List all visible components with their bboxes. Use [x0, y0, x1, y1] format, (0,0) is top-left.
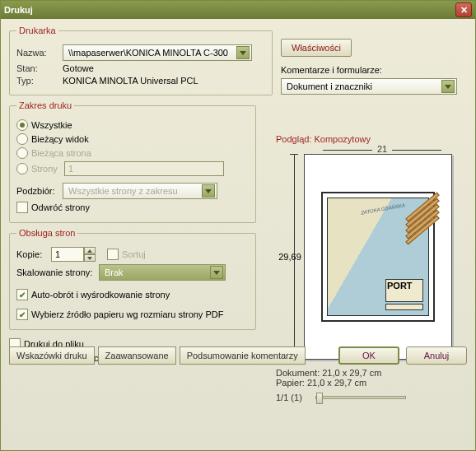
- pages-group: Obsługa stron Kopie: 1 Sortuj Skalowanie…: [9, 228, 256, 330]
- range-pages: Strony 1: [16, 161, 249, 176]
- scaling-value: Brak: [105, 267, 210, 277]
- titlebar: Drukuj ✕: [1, 1, 475, 19]
- radio-icon[interactable]: [16, 119, 28, 131]
- comment-summary-button[interactable]: Podsumowanie komentarzy: [180, 346, 306, 365]
- printer-name-value: \\mapaserwer\KONICA MINOLTA C-300: [68, 48, 236, 58]
- printer-type-value: KONICA MINOLTA Universal PCL: [63, 76, 198, 86]
- subset-label: Podzbiór:: [16, 186, 63, 196]
- close-button[interactable]: ✕: [455, 2, 472, 17]
- doc-size-label: Dokument: 21,0 x 29,7 cm: [276, 368, 460, 378]
- copies-spinner[interactable]: 1: [51, 247, 96, 262]
- chart-legend-box: PORT: [385, 279, 423, 302]
- subset-value: Wszystkie strony z zakresu: [68, 186, 202, 196]
- slider-thumb-icon[interactable]: [316, 393, 323, 404]
- chevron-down-icon[interactable]: [210, 266, 223, 279]
- spin-up-icon[interactable]: [84, 247, 96, 254]
- printer-type-label: Typ:: [16, 76, 63, 86]
- spin-down-icon[interactable]: [84, 254, 96, 262]
- paper-size-label: Papier: 21,0 x 29,7 cm: [276, 378, 460, 388]
- comments-label: Komentarze i formularze:: [281, 65, 467, 75]
- chart-sea-label: ZATOKA GDAŃSKA: [361, 202, 405, 215]
- radio-icon: [16, 147, 28, 159]
- printer-legend: Drukarka: [16, 26, 58, 35]
- paper-source-check[interactable]: Wybierz źródło papieru wg rozmiaru stron…: [16, 309, 249, 320]
- checkbox-icon[interactable]: [16, 289, 28, 300]
- chevron-down-icon: [202, 184, 215, 198]
- page-indicator: 1/1 (1): [276, 393, 302, 402]
- radio-icon[interactable]: [16, 133, 28, 145]
- chevron-down-icon[interactable]: [441, 80, 455, 93]
- window-title: Drukuj: [4, 5, 455, 15]
- chevron-down-icon[interactable]: [236, 46, 250, 59]
- subset-combo: Wszystkie strony z zakresu: [63, 183, 217, 199]
- range-view[interactable]: Bieżący widok: [16, 133, 249, 145]
- radio-icon: [16, 163, 28, 174]
- pages-input: 1: [64, 161, 224, 176]
- advanced-button[interactable]: Zaawansowane: [98, 346, 176, 365]
- comments-combo[interactable]: Dokument i znaczniki: [281, 78, 457, 95]
- preview-page: ZATOKA GDAŃSKA PORT: [304, 154, 452, 360]
- reverse-check[interactable]: Odwróć strony: [16, 202, 249, 213]
- printer-state-value: Gotowe: [63, 63, 94, 73]
- preview-chart: ZATOKA GDAŃSKA PORT: [321, 192, 435, 322]
- ruler-vertical: 29,69: [276, 154, 304, 360]
- printing-tips-button[interactable]: Wskazówki druku: [9, 346, 95, 365]
- auto-rotate-check[interactable]: Auto-obrót i wyśrodkowanie strony: [16, 289, 249, 300]
- range-group: Zakres druku Wszystkie Bieżący widok Bie…: [9, 100, 256, 223]
- chart-scale-box: [385, 304, 423, 310]
- properties-button[interactable]: Właściwości: [281, 39, 352, 57]
- printer-group: Drukarka Nazwa: \\mapaserwer\KONICA MINO…: [9, 26, 273, 95]
- printer-name-combo[interactable]: \\mapaserwer\KONICA MINOLTA C-300: [63, 44, 252, 61]
- ruler-horizontal: 21: [304, 144, 460, 154]
- comments-value: Dokument i znaczniki: [287, 81, 441, 91]
- checkbox-icon[interactable]: [16, 309, 28, 320]
- cancel-button[interactable]: Anuluj: [406, 346, 467, 365]
- printer-state-label: Stan:: [16, 63, 63, 73]
- zoom-slider[interactable]: [315, 396, 406, 399]
- chart-docks: [402, 203, 430, 244]
- range-legend: Zakres druku: [16, 100, 74, 110]
- range-current-page: Bieżąca strona: [16, 147, 249, 159]
- collate-label: Sortuj: [122, 249, 146, 259]
- pages-legend: Obsługa stron: [16, 228, 77, 238]
- checkbox-icon[interactable]: [16, 202, 28, 213]
- ok-button[interactable]: OK: [338, 346, 399, 365]
- copies-value[interactable]: 1: [51, 247, 84, 262]
- copies-label: Kopie:: [16, 249, 51, 259]
- printer-name-label: Nazwa:: [16, 48, 63, 58]
- range-all[interactable]: Wszystkie: [16, 119, 249, 131]
- preview-title: Podgląd: Kompozytowy: [276, 134, 460, 144]
- scaling-combo[interactable]: Brak: [99, 264, 226, 281]
- scaling-label: Skalowanie strony:: [16, 267, 99, 277]
- checkbox-icon: [107, 249, 119, 260]
